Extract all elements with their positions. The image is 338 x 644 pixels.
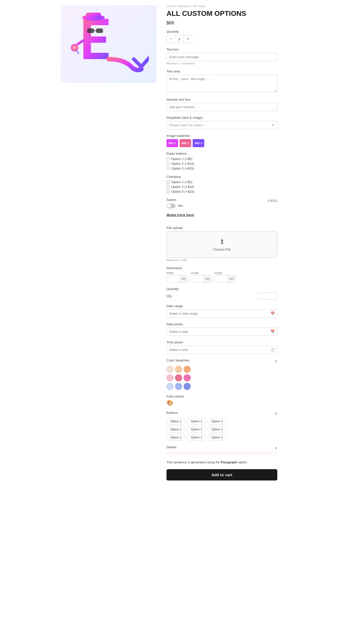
color-swatches-header: Color Swatches ∧	[166, 358, 277, 364]
buttons-option-3-2[interactable]: Option 2	[187, 434, 206, 441]
radio-option-3[interactable]: Option 3 (+$15)	[166, 167, 277, 170]
radio-buttons-label: Radio buttons	[166, 152, 277, 155]
quantity-increment-button[interactable]: +	[184, 35, 192, 43]
color-picker-label: Color picker	[166, 394, 277, 398]
quantity2-row: Qty	[166, 292, 277, 300]
buttons-collapse-icon[interactable]: ∧	[275, 411, 277, 415]
image-swatch-2[interactable]: IMG 2	[180, 139, 191, 147]
buttons-row-2: Option 1 Option 2 Option 3	[166, 426, 277, 433]
dropdown-section: Dropdown (text & image) Please select an…	[166, 116, 277, 129]
divider-collapse-icon[interactable]: ∧	[275, 446, 277, 450]
dimension-height-input[interactable]	[215, 275, 227, 282]
dimension-length-input[interactable]	[191, 275, 203, 282]
quantity2-input[interactable]	[257, 292, 277, 300]
color-swatches-collapse-icon[interactable]: ∧	[275, 359, 277, 363]
file-upload-label: File upload	[166, 226, 277, 230]
date-picker-label: Date picker	[166, 322, 277, 326]
date-picker-input[interactable]	[166, 328, 277, 336]
modal-link[interactable]: Modal (click here)	[166, 213, 194, 217]
svg-rect-2	[87, 28, 94, 33]
date-range-wrap: 📅	[166, 309, 277, 318]
checkbox-option-1[interactable]: Option 1 (+$5)	[166, 180, 277, 184]
textbox-hint: Maximum: x characters	[166, 62, 277, 65]
color-swatch-8[interactable]	[175, 383, 182, 390]
product-image-wrapper	[61, 5, 156, 83]
radio-input-1[interactable]	[166, 157, 170, 160]
divider-header: Divider ∧	[166, 445, 277, 451]
choose-file-label: Choose File	[213, 248, 230, 251]
buttons-option-3-1[interactable]: Option 1	[166, 434, 185, 441]
image-swatches-container: IMG 1 IMG 2 IMG 3	[166, 139, 277, 147]
product-image-column	[61, 5, 156, 480]
radio-option-2[interactable]: Option 2 (+$10)	[166, 162, 277, 166]
checkbox-option-2[interactable]: Option 2 (+$10)	[166, 185, 277, 189]
color-swatch-6[interactable]	[184, 374, 191, 381]
quantity2-label: Quantity	[166, 287, 277, 291]
add-to-cart-button[interactable]: Add to cart	[166, 469, 277, 480]
radio-option-1[interactable]: Option 1 (+$5)	[166, 157, 277, 161]
time-picker-input[interactable]	[166, 346, 277, 354]
switch-label: Switch	[166, 198, 176, 202]
dimension-row: Width cm Length cm Height	[166, 271, 277, 283]
dimension-height-unit: cm	[227, 275, 235, 282]
radio-option-3-text: Option 3 (+$15)	[171, 167, 194, 170]
file-upload-box[interactable]: ⬆ Choose File	[166, 231, 277, 258]
image-swatch-3[interactable]: IMG 3	[193, 139, 204, 147]
radio-input-3[interactable]	[166, 167, 170, 170]
buttons-option-1-1[interactable]: Option 1	[166, 418, 185, 425]
checkbox-input-1[interactable]	[166, 180, 170, 184]
number-textbox-section: Number text box	[166, 98, 277, 111]
color-swatches-row-3	[166, 383, 277, 390]
dimension-length-wrap: cm	[190, 275, 212, 283]
checkbox-section: Checkbox Option 1 (+$5) Option 2 (+$10) …	[166, 175, 277, 193]
color-swatch-3[interactable]	[184, 366, 191, 373]
color-swatch-2[interactable]	[175, 366, 182, 373]
buttons-option-2-3[interactable]: Option 3	[208, 426, 226, 433]
quantity2-section: Quantity Qty	[166, 287, 277, 300]
color-swatches-row-1	[166, 366, 277, 373]
checkbox-input-2[interactable]	[166, 185, 170, 188]
divider-line-2	[166, 454, 277, 454]
buttons-row-1: Option 1 Option 2 Option 3	[166, 418, 277, 425]
buttons-option-2-1[interactable]: Option 1	[166, 426, 185, 433]
checkbox-input-3[interactable]	[166, 190, 170, 193]
switch-toggle[interactable]	[166, 203, 176, 208]
color-swatch-7[interactable]	[166, 383, 174, 390]
color-swatch-4[interactable]	[166, 374, 174, 381]
checkbox-option-3[interactable]: Option 3 (+$15)	[166, 190, 277, 193]
quantity-decrement-button[interactable]: −	[167, 35, 175, 43]
svg-line-7	[76, 50, 79, 54]
dropdown-select[interactable]: Please select an option	[166, 121, 277, 129]
product-image	[68, 9, 149, 79]
quantity-section: Quantity − 1 +	[166, 30, 277, 43]
time-picker-wrap: 🕐	[166, 346, 277, 354]
upload-icon: ⬆	[219, 238, 225, 246]
textarea-input[interactable]	[166, 75, 277, 92]
radio-input-2[interactable]	[166, 162, 170, 165]
paragraph-text-before: This sentence is generated using the	[166, 460, 221, 464]
checkbox-option-1-text: Option 1 (+$5)	[171, 180, 192, 184]
page-title: ALL CUSTOM OPTIONS	[166, 9, 277, 18]
dimension-width-input[interactable]	[167, 275, 179, 282]
switch-section: Switch (+$10) Yes	[166, 198, 277, 208]
buttons-option-3-3[interactable]: Option 3	[208, 434, 226, 441]
color-swatch-5[interactable]	[175, 374, 182, 381]
date-range-label: Date range	[166, 304, 277, 308]
buttons-option-2-2[interactable]: Option 2	[187, 426, 206, 433]
buttons-option-1-2[interactable]: Option 2	[187, 418, 206, 425]
divider-line-1	[166, 453, 277, 453]
date-range-input[interactable]	[166, 309, 277, 318]
color-picker-icon[interactable]: 🎨	[166, 400, 173, 406]
radio-buttons-section: Radio buttons Option 1 (+$5) Option 2 (+…	[166, 152, 277, 170]
dimension-height-group: Height cm	[214, 271, 236, 283]
paragraph-bold-text: Paragraph	[221, 460, 237, 464]
image-swatches-section: Image swatches IMG 1 IMG 2 IMG 3	[166, 134, 277, 147]
color-swatch-9[interactable]	[184, 383, 191, 390]
date-picker-section: Date picker 📅	[166, 322, 277, 336]
textbox-input[interactable]	[166, 53, 277, 61]
buttons-option-1-3[interactable]: Option 3	[208, 418, 226, 425]
color-swatch-1[interactable]	[166, 366, 174, 373]
number-textbox-input[interactable]	[166, 103, 277, 111]
color-picker-section: Color picker 🎨	[166, 394, 277, 406]
image-swatch-1[interactable]: IMG 1	[166, 139, 178, 147]
